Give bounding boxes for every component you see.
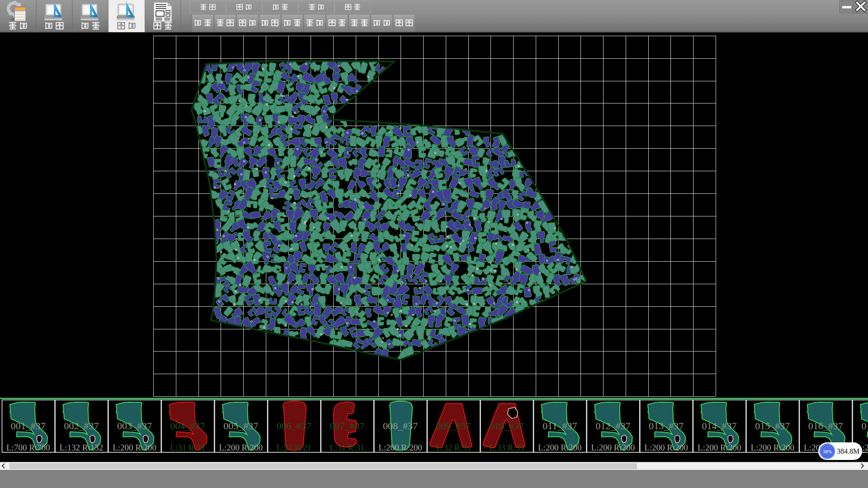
svg-text:005_#37: 005_#37 [223,420,258,432]
svg-text:003_#37: 003_#37 [117,420,152,432]
svg-text:017_#37: 017_#37 [861,420,868,432]
svg-text:38%: 38% [823,449,832,454]
svg-text:006_#37: 006_#37 [277,420,311,432]
svg-text:004_#37: 004_#37 [170,420,205,432]
svg-text:L:200 R:200: L:200 R:200 [644,443,688,452]
svg-text:L:200 R:200: L:200 R:200 [750,443,794,452]
svg-text:013_#37: 013_#37 [649,420,684,432]
svg-text:L:21 R:21: L:21 R:21 [277,443,312,452]
svg-text:010_#37: 010_#37 [489,420,524,432]
svg-text:L:200 R:200: L:200 R:200 [219,443,263,452]
svg-text:009_#37: 009_#37 [436,420,471,432]
svg-text:001_#37: 001_#37 [11,420,46,432]
svg-text:L:200 R:200: L:200 R:200 [113,443,156,452]
svg-text:L:33 R:33: L:33 R:33 [489,443,524,452]
svg-text:L:31 R:31: L:31 R:31 [170,443,205,452]
svg-text:015_#37: 015_#37 [755,420,790,432]
svg-text:L:200 R:200: L:200 R:200 [378,443,422,452]
svg-text:007_#37: 007_#37 [330,420,364,432]
svg-text:L:200 R:200: L:200 R:200 [538,443,582,452]
svg-text:384.8M: 384.8M [837,447,859,455]
svg-text:008_#37: 008_#37 [383,420,418,432]
svg-text:L:700 R:700: L:700 R:700 [6,443,50,452]
svg-text:L:200 R:200: L:200 R:200 [698,443,741,452]
svg-text:016_#37: 016_#37 [808,420,843,432]
svg-text:002_#37: 002_#37 [64,420,99,432]
svg-text:011_#37: 011_#37 [542,420,577,432]
svg-text:012_#37: 012_#37 [595,420,630,432]
svg-text:L:200 R:200: L:200 R:200 [591,443,635,452]
svg-text:L:132 R:132: L:132 R:132 [60,443,104,452]
svg-text:L:32 R:31: L:32 R:31 [436,443,471,452]
svg-text:L:31 R:31: L:31 R:31 [330,443,365,452]
svg-text:014_#37: 014_#37 [702,420,737,432]
